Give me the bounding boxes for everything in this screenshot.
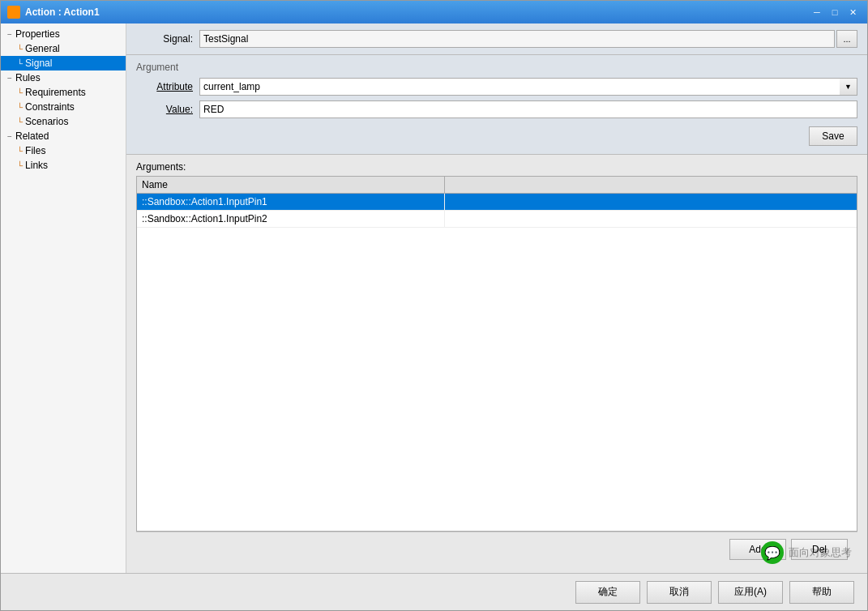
title-bar-controls: ─ □ ✕ (809, 5, 861, 19)
tree-line-files: └ (17, 147, 23, 156)
tree-label-constraints: Constraints (25, 101, 75, 113)
tree-item-links[interactable]: └ Links (1, 158, 126, 173)
arguments-area: Arguments: Name ::Sandbox::Action1.Input… (126, 155, 867, 573)
tree-line-scen: └ (17, 118, 23, 126)
tree-label-files: Files (25, 145, 45, 156)
watermark: 💬 面向对象思考 (761, 541, 852, 564)
row2-value (445, 211, 857, 227)
tree-line-general: └ (17, 45, 23, 53)
expander-rules (4, 74, 15, 83)
col-value-header (445, 177, 857, 193)
tree-item-constraints[interactable]: └ Constraints (1, 100, 126, 114)
window-icon (7, 6, 20, 19)
value-row: Value: (136, 100, 857, 118)
watermark-icon: 💬 (761, 541, 784, 564)
tree-item-related[interactable]: Related (1, 129, 126, 143)
table-action-buttons: Add Del (136, 532, 857, 566)
arguments-table: Name ::Sandbox::Action1.InputPin1 ::Sand… (136, 176, 857, 532)
tree-label-related: Related (15, 130, 49, 142)
tree-label-scenarios: Scenarios (25, 116, 68, 127)
content-area: Properties └ General └ Signal Rules └ Re… (1, 24, 867, 573)
apply-button[interactable]: 应用(A) (718, 581, 783, 604)
tree-item-properties[interactable]: Properties (1, 27, 126, 41)
row1-name: ::Sandbox::Action1.InputPin1 (137, 194, 445, 210)
expander-properties (4, 30, 15, 39)
title-bar-text: Action : Action1 (7, 6, 100, 19)
signal-input[interactable] (199, 30, 835, 48)
tree-label-signal: Signal (25, 58, 52, 69)
tree-label-links: Links (25, 160, 48, 171)
signal-label: Signal: (136, 33, 193, 45)
value-label: Value: (136, 104, 193, 115)
argument-section: Argument Attribute current_lamp ▼ Value: (126, 55, 867, 155)
help-button[interactable]: 帮助 (789, 581, 854, 604)
table-row[interactable]: ::Sandbox::Action1.InputPin1 (137, 194, 857, 211)
table-row[interactable]: ::Sandbox::Action1.InputPin2 (137, 211, 857, 228)
tree-panel: Properties └ General └ Signal Rules └ Re… (1, 24, 126, 573)
col-name-header: Name (137, 177, 445, 193)
attribute-dropdown: current_lamp ▼ (199, 78, 857, 96)
tree-item-files[interactable]: └ Files (1, 143, 126, 158)
tree-label-requirements: Requirements (25, 87, 86, 98)
tree-item-requirements[interactable]: └ Requirements (1, 85, 126, 100)
expander-related (4, 132, 15, 141)
close-button[interactable]: ✕ (844, 5, 861, 19)
footer: 确定 取消 应用(A) 帮助 (1, 573, 867, 610)
tree-line-signal: └ (17, 59, 23, 68)
attribute-select[interactable]: current_lamp (199, 78, 857, 96)
tree-item-signal[interactable]: └ Signal (1, 56, 126, 70)
right-panel: Signal: ... Argument Attribute current_l… (126, 24, 867, 573)
tree-item-general[interactable]: └ General (1, 41, 126, 56)
watermark-text: 面向对象思考 (789, 545, 852, 560)
arguments-label: Arguments: (136, 161, 857, 173)
tree-label-rules: Rules (15, 72, 41, 83)
signal-input-group: ... (199, 30, 857, 48)
main-window: Action : Action1 ─ □ ✕ Properties └ Gene… (0, 0, 868, 611)
table-header: Name (137, 177, 857, 194)
attribute-label: Attribute (136, 81, 193, 92)
minimize-button[interactable]: ─ (809, 5, 825, 19)
title-bar: Action : Action1 ─ □ ✕ (1, 1, 867, 24)
tree-line-con: └ (17, 103, 23, 112)
row2-name: ::Sandbox::Action1.InputPin2 (137, 211, 445, 227)
maximize-button[interactable]: □ (827, 5, 843, 19)
tree-item-rules[interactable]: Rules (1, 70, 126, 85)
argument-section-label: Argument (136, 62, 857, 73)
row1-value (445, 194, 857, 210)
tree-item-scenarios[interactable]: └ Scenarios (1, 114, 126, 129)
signal-row: Signal: ... (136, 30, 857, 48)
save-button[interactable]: Save (809, 126, 857, 146)
signal-browse-button[interactable]: ... (836, 30, 857, 48)
attribute-row: Attribute current_lamp ▼ (136, 78, 857, 96)
tree-line-links: └ (17, 161, 23, 170)
tree-label-properties: Properties (15, 28, 60, 40)
cancel-button[interactable]: 取消 (647, 581, 712, 604)
ok-button[interactable]: 确定 (575, 581, 640, 604)
tree-label-general: General (25, 43, 60, 54)
signal-section: Signal: ... (126, 24, 867, 55)
value-input[interactable] (199, 100, 857, 118)
save-row: Save (136, 123, 857, 147)
tree-line-req: └ (17, 88, 23, 97)
